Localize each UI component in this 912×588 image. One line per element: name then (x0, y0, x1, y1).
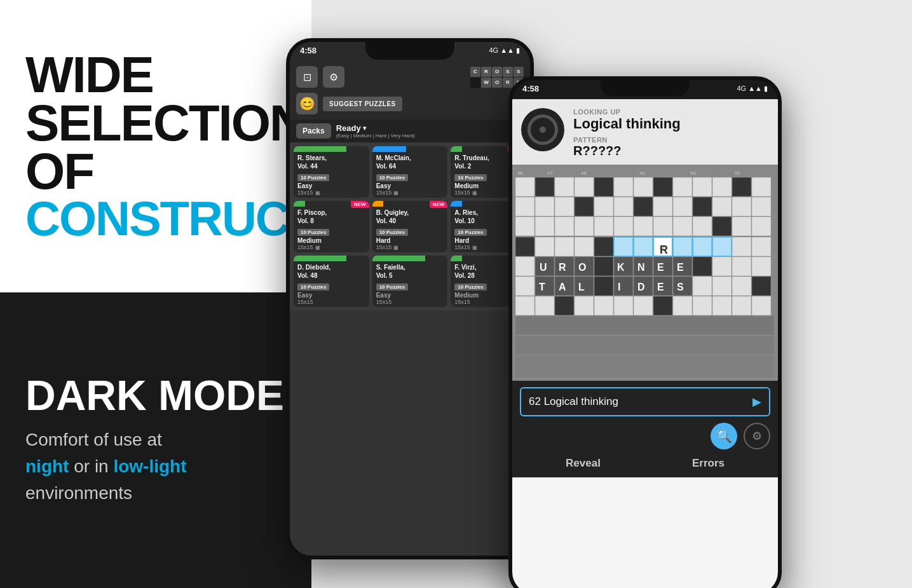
svg-rect-7 (515, 177, 534, 196)
dark-mode-highlight-night: night (25, 456, 69, 476)
phone1-header: ⊡ ⚙ C R O S S W O R D (290, 61, 530, 90)
svg-rect-36 (693, 197, 712, 216)
svg-rect-119 (535, 296, 554, 315)
svg-rect-132 (515, 336, 774, 355)
svg-text:49: 49 (639, 170, 645, 176)
puzzle-name: B. Quigley,Vol. 40 (376, 209, 444, 225)
svg-rect-69 (673, 237, 692, 256)
svg-rect-122 (594, 296, 613, 315)
svg-rect-126 (673, 296, 692, 315)
phone2-clue-lookup: LOOKING UP Logical thinking PATTERN R???… (512, 99, 778, 165)
svg-text:E: E (677, 262, 684, 273)
svg-text:T: T (539, 282, 545, 292)
svg-text:A: A (559, 282, 566, 292)
svg-rect-16 (693, 177, 712, 196)
headline-constructors: CONSTRUCTORS (25, 196, 286, 242)
ready-subtitle: (Easy | Medium | Hard | Very Hard) (336, 133, 415, 139)
svg-text:K: K (617, 262, 625, 273)
svg-rect-105 (594, 277, 613, 296)
svg-rect-33 (634, 197, 653, 216)
svg-rect-10 (575, 177, 594, 196)
svg-rect-43 (535, 217, 554, 236)
puzzle-card[interactable]: NEW F. Piscop,Vol. 8 10 Puzzles Medium 1… (294, 201, 369, 252)
dark-mode-highlight-lowlight: low-light (113, 456, 186, 476)
svg-rect-106 (614, 277, 633, 296)
phone2-bottom: 62 Logical thinking ▶ 🔍 ⚙ Reveal Errors (512, 381, 778, 477)
puzzle-name: M. McClain,Vol. 64 (376, 154, 444, 170)
svg-rect-123 (614, 296, 633, 315)
phone2-content: LOOKING UP Logical thinking PATTERN R???… (512, 99, 778, 588)
search-icon-button[interactable]: 🔍 (711, 423, 737, 449)
svg-rect-71 (712, 237, 732, 256)
ready-label: Ready (336, 123, 361, 133)
errors-button[interactable]: Errors (692, 457, 725, 470)
phone1-status-bar: 4:58 4G ▲▲ ▮ (290, 46, 530, 55)
clue-input-label: Logical thinking (544, 395, 618, 407)
svg-rect-62 (575, 237, 594, 256)
svg-text:D: D (637, 282, 645, 292)
svg-rect-15 (673, 177, 692, 196)
svg-text:S: S (677, 282, 684, 292)
settings-icon-button[interactable]: ⚙ (744, 423, 770, 449)
svg-rect-29 (555, 197, 574, 216)
puzzle-card[interactable]: M. McClain,Vol. 64 10 Puzzles Easy 15x15… (372, 146, 448, 198)
svg-rect-73 (752, 237, 771, 256)
puzzle-card[interactable]: S. Faiella,Vol. 5 10 Puzzles Easy 15x15 (372, 256, 448, 307)
svg-rect-14 (653, 177, 672, 196)
ready-selector[interactable]: Ready ▾ (Easy | Medium | Hard | Very Har… (336, 123, 415, 139)
looking-up-label: LOOKING UP (573, 108, 681, 116)
puzzle-grid: R. Stears,Vol. 44 10 Puzzles Easy 15x15 … (290, 142, 530, 311)
filter-row: Packs Ready ▾ (Easy | Medium | Hard | Ve… (290, 120, 530, 142)
phone1-header-icons: ⊡ ⚙ (296, 66, 344, 88)
reveal-button[interactable]: Reveal (566, 457, 601, 470)
clue-input-row[interactable]: 62 Logical thinking ▶ (520, 387, 770, 416)
emoji-icon[interactable]: 😊 (296, 93, 318, 114)
svg-text:L: L (578, 282, 585, 292)
svg-rect-115 (712, 277, 732, 296)
svg-rect-48 (634, 217, 653, 236)
svg-rect-35 (673, 197, 692, 216)
puzzle-card[interactable]: D. Diebold,Vol. 48 10 Puzzles Easy 15x15 (294, 256, 369, 307)
puzzle-card[interactable]: NEW B. Quigley,Vol. 40 10 Puzzles Hard 1… (372, 201, 448, 252)
svg-rect-59 (515, 237, 534, 256)
svg-rect-94 (732, 257, 751, 276)
svg-rect-63 (594, 237, 613, 256)
svg-rect-44 (555, 217, 574, 236)
packs-button[interactable]: Packs (296, 123, 331, 139)
svg-rect-72 (732, 237, 751, 256)
puzzle-name: F. Piscop,Vol. 8 (297, 209, 365, 225)
clue-number: 62 (529, 395, 541, 407)
svg-text:O: O (578, 262, 586, 273)
clue-arrow[interactable]: ▶ (752, 395, 761, 409)
svg-rect-46 (594, 217, 613, 236)
svg-rect-49 (653, 217, 672, 236)
svg-text:47: 47 (547, 170, 553, 176)
dark-mode-title: DARK MODE (25, 374, 286, 416)
clue-title: Logical thinking (573, 116, 681, 132)
action-icons-row: 🔍 ⚙ (520, 423, 770, 449)
svg-rect-133 (515, 355, 774, 378)
ready-arrow: ▾ (363, 125, 366, 132)
suggest-puzzles-button[interactable]: SUGGEST PUZZLES (323, 97, 402, 111)
svg-text:50: 50 (690, 170, 696, 176)
svg-rect-12 (614, 177, 633, 196)
puzzle-card[interactable]: R. Stears,Vol. 44 10 Puzzles Easy 15x15 … (294, 146, 369, 198)
back-icon[interactable]: ⊡ (296, 66, 318, 88)
crossword-grid-area: 46 47 48 49 50 51 (512, 165, 778, 381)
svg-text:I: I (618, 282, 620, 292)
svg-rect-42 (515, 217, 534, 236)
svg-rect-31 (594, 197, 613, 216)
svg-rect-116 (732, 277, 751, 296)
settings-icon[interactable]: ⚙ (323, 66, 344, 88)
svg-rect-9 (555, 177, 574, 196)
svg-rect-92 (693, 257, 712, 276)
svg-rect-52 (712, 217, 732, 236)
svg-rect-93 (712, 257, 732, 276)
svg-rect-38 (732, 197, 751, 216)
svg-rect-76 (515, 257, 534, 276)
dark-mode-desc-1: Comfort of use at (25, 430, 162, 449)
clue-info: LOOKING UP Logical thinking PATTERN R???… (573, 108, 681, 158)
svg-rect-30 (575, 197, 594, 216)
phone1: 4:58 4G ▲▲ ▮ ⊡ ⚙ C R O S S W O R D (286, 38, 534, 559)
svg-rect-127 (693, 296, 712, 315)
